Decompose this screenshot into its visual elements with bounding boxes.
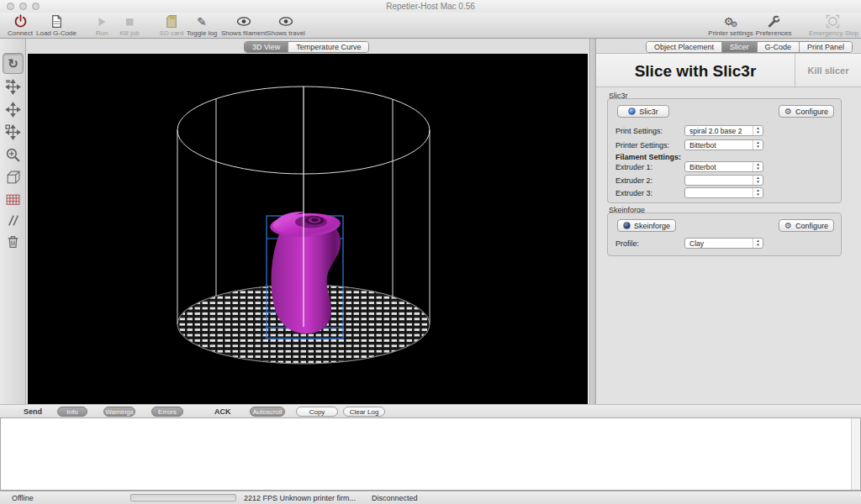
play-icon xyxy=(87,13,116,29)
traffic-lights xyxy=(7,3,40,10)
viewport-3d[interactable] xyxy=(28,54,588,404)
minimize-window-icon[interactable] xyxy=(19,3,27,10)
tab-3d-view[interactable]: 3D View xyxy=(245,42,288,52)
extruder3-label: Extruder 3: xyxy=(615,189,652,197)
gears-icon: ⚙⚙ xyxy=(707,13,754,29)
power-icon xyxy=(0,13,40,29)
link-status-label: Disconnected xyxy=(372,494,418,502)
tool-zoom-button[interactable] xyxy=(3,144,24,165)
autoscroll-toggle[interactable]: Autoscroll xyxy=(250,407,285,417)
slice-with-slic3r-button[interactable]: Slice with Slic3r xyxy=(596,54,795,88)
tool-delete-button[interactable] xyxy=(3,231,24,252)
ack-toggle[interactable]: ACK xyxy=(214,407,231,416)
profile-select[interactable]: Clay ▲▼ xyxy=(684,238,763,249)
skeinforge-configure-button[interactable]: ⚙ Configure xyxy=(779,219,834,232)
titlebar: Repetier-Host Mac 0.56 xyxy=(0,0,861,13)
copy-log-button[interactable]: Copy xyxy=(296,407,338,417)
tool-move-object-button[interactable] xyxy=(3,122,24,143)
close-window-icon[interactable] xyxy=(7,3,14,10)
radio-unselected-icon xyxy=(623,222,631,229)
load-gcode-button[interactable]: Load G-Code xyxy=(35,13,77,38)
tab-slicer[interactable]: Slicer xyxy=(722,42,758,52)
log-toolbar: Send Info Warnings Errors ACK Autoscroll… xyxy=(0,404,861,417)
viewport-3d-scene xyxy=(28,54,588,404)
window-title: Repetier-Host Mac 0.56 xyxy=(0,0,861,13)
extruder1-label: Extruder 1: xyxy=(615,163,652,171)
kill-slicer-button: Kill slicer xyxy=(795,54,861,88)
trash-icon xyxy=(5,234,21,249)
gear-icon: ⚙ xyxy=(784,222,792,230)
tool-pan-camera-button[interactable] xyxy=(3,76,24,97)
printer-settings-button[interactable]: ⚙⚙ Printer settings xyxy=(707,13,754,38)
filament-settings-label: Filament Settings: xyxy=(615,153,681,161)
tool-rotate-button[interactable]: ↻ xyxy=(3,53,24,74)
extruder2-label: Extruder 2: xyxy=(615,176,652,185)
tool-bed-grid-button[interactable] xyxy=(3,189,24,210)
status-bar: Offline 2212 FPS Unknown printer firm...… xyxy=(0,491,861,504)
emergency-stop-button: Emergency Stop xyxy=(809,13,856,38)
preferences-button[interactable]: Preferences xyxy=(753,13,794,38)
bed-grid-icon xyxy=(5,192,21,207)
zoom-icon xyxy=(5,147,21,163)
shows-filament-button[interactable]: Shows filament xyxy=(220,13,267,38)
connection-status-label: Offline xyxy=(12,494,34,502)
skeinforge-group: Skeinforge ⚙ Configure Profile: Clay ▲▼ xyxy=(607,213,842,256)
stepper-arrows-icon: ▲▼ xyxy=(753,162,763,171)
gear-icon: ⚙ xyxy=(784,108,792,116)
wrench-icon xyxy=(753,13,794,29)
run-button: Run xyxy=(87,13,116,38)
extruder1-select[interactable]: Bitterbot ▲▼ xyxy=(684,161,763,172)
parallel-lines-icon xyxy=(5,213,21,228)
tab-object-placement[interactable]: Object Placement xyxy=(647,42,722,52)
move-arrows-icon xyxy=(5,102,21,118)
tab-print-panel[interactable]: Print Panel xyxy=(800,42,852,52)
tool-perspective-button[interactable] xyxy=(3,167,24,188)
tool-move-button[interactable] xyxy=(3,99,24,120)
filter-info-toggle[interactable]: Info xyxy=(57,407,87,417)
perspective-cube-icon xyxy=(5,170,21,186)
stepper-arrows-icon: ▲▼ xyxy=(753,126,763,135)
radio-selected-icon xyxy=(628,108,636,115)
tool-edges-button[interactable] xyxy=(3,210,24,231)
filter-errors-toggle[interactable]: Errors xyxy=(151,407,183,417)
move-object-icon xyxy=(5,124,21,140)
sd-card-button: SD card xyxy=(155,13,188,38)
sd-card-icon xyxy=(155,13,188,29)
log-output-area[interactable] xyxy=(0,417,861,491)
tab-gcode[interactable]: G-Code xyxy=(758,42,800,52)
fps-firmware-label: 2212 FPS Unknown printer firm... xyxy=(244,494,356,502)
toggle-log-button[interactable]: ✎ Toggle log xyxy=(184,13,219,38)
printer-settings-select[interactable]: Bitterbot ▲▼ xyxy=(684,139,763,150)
progress-bar xyxy=(130,494,236,501)
zoom-window-icon[interactable] xyxy=(32,3,40,10)
profile-label: Profile: xyxy=(615,239,639,248)
extruder2-select[interactable]: ▲▼ xyxy=(684,175,763,186)
tab-temperature-curve[interactable]: Temperature Curve xyxy=(288,42,368,52)
stop-icon xyxy=(114,13,145,29)
eye-icon xyxy=(266,13,306,29)
extruder3-select[interactable]: ▲▼ xyxy=(684,187,763,198)
slic3r-configure-button[interactable]: ⚙ Configure xyxy=(779,105,834,118)
print-settings-select[interactable]: spiral 2.0 base 2 ▲▼ xyxy=(684,125,763,136)
print-settings-label: Print Settings: xyxy=(615,127,663,135)
document-icon xyxy=(35,13,77,29)
clear-log-button[interactable]: Clear Log xyxy=(343,407,385,417)
kill-job-button: Kill job xyxy=(114,13,145,38)
panel-tab-control: Object Placement Slicer G-Code Print Pan… xyxy=(646,41,853,53)
panel-splitter[interactable] xyxy=(589,39,596,404)
connect-button[interactable]: Connect xyxy=(0,13,40,38)
send-button[interactable]: Send xyxy=(24,407,42,416)
shows-travel-button[interactable]: Shows travel xyxy=(266,13,306,38)
pan-camera-icon xyxy=(5,79,21,95)
main-toolbar: Connect Load G-Code Run Kill job SD card… xyxy=(0,13,861,39)
skeinforge-engine-button[interactable]: Skeinforge xyxy=(617,219,676,232)
emergency-stop-icon xyxy=(809,13,856,29)
log-scrollbar[interactable] xyxy=(851,418,860,490)
stepper-arrows-icon: ▲▼ xyxy=(753,188,763,197)
pencil-icon: ✎ xyxy=(184,13,219,29)
rotate-view-icon: ↻ xyxy=(8,56,18,71)
slic3r-engine-button[interactable]: Slic3r xyxy=(617,105,669,118)
view-tool-strip: ↻ xyxy=(0,39,26,404)
filter-warnings-toggle[interactable]: Warnings xyxy=(103,407,135,417)
view-tab-control: 3D View Temperature Curve xyxy=(244,41,369,53)
